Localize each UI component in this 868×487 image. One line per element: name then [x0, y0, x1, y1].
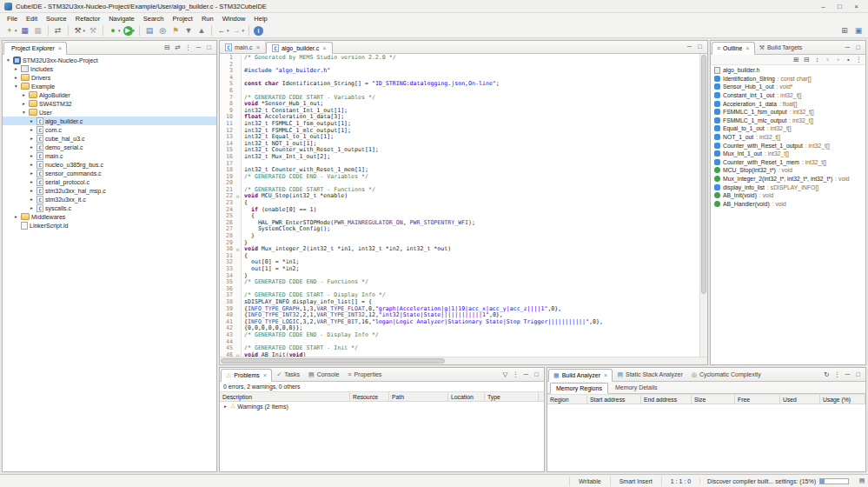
- forward-button[interactable]: →▾: [231, 24, 246, 37]
- menu-item-help[interactable]: Help: [249, 15, 271, 23]
- column-header-location[interactable]: Location: [448, 392, 485, 401]
- tree-item-user[interactable]: ▾User: [3, 108, 216, 117]
- menu-item-refactor[interactable]: Refactor: [71, 15, 104, 23]
- debug-button[interactable]: ●▾: [107, 24, 122, 37]
- menu-item-project[interactable]: Project: [169, 15, 197, 23]
- outline-item-counter-with-reset-1-output[interactable]: Counter_with_Reset_1_output : int32_t[]: [711, 141, 865, 150]
- close-tab-icon[interactable]: ×: [256, 43, 260, 51]
- hide-static-icon[interactable]: ◦: [833, 55, 843, 64]
- view-menu-icon[interactable]: ⋮: [511, 370, 520, 379]
- hide-non-public-icon[interactable]: ▪: [844, 55, 853, 64]
- outline-item-mcu-stop-int32-t[interactable]: MCU_Stop(int32_t*) : void: [711, 166, 865, 175]
- maximize-icon[interactable]: □: [853, 370, 863, 379]
- editor-tab-main-c[interactable]: main.c×: [220, 41, 266, 53]
- prev-annotation-button[interactable]: ▲: [195, 24, 208, 37]
- twisty-icon[interactable]: ▾: [5, 57, 11, 63]
- outline-item-algo-builder-h[interactable]: algo_builder.h: [711, 66, 865, 75]
- twisty-icon[interactable]: ▸: [13, 75, 19, 80]
- outline-item-identification-string[interactable]: Identification_String : const char[]: [711, 75, 865, 83]
- twisty-icon[interactable]: ▸: [29, 197, 35, 202]
- twisty-icon[interactable]: ▸: [29, 170, 35, 176]
- progress-view-icon[interactable]: ▤: [856, 477, 868, 484]
- twisty-icon[interactable]: ▾: [21, 110, 27, 115]
- minimize-icon[interactable]: ─: [521, 370, 531, 379]
- tree-item-nucleo-u385rg-bus-c[interactable]: ▸nucleo_u385rg_bus.c: [3, 160, 216, 169]
- tree-item-cube-hal-u3-c[interactable]: ▸cube_hal_u3.c: [3, 134, 216, 143]
- save-all-button[interactable]: ▦: [32, 24, 44, 37]
- tree-item-syscalls-c[interactable]: ▸syscalls.c: [3, 203, 216, 212]
- column-header-region[interactable]: Region: [547, 395, 587, 404]
- code-line[interactable]: 16int32_t Mux_Int_1_out[2];: [220, 154, 699, 161]
- outline-item-counter-with-reset-1-mem[interactable]: Counter_with_Reset_1_mem : int32_t[]: [711, 158, 865, 167]
- tree-item-demo-serial-c[interactable]: ▸demo_serial.c: [3, 143, 216, 151]
- menu-item-navigate[interactable]: Navigate: [104, 15, 139, 23]
- outline-item-fsmmlc-1-fsm-output[interactable]: FSMMLC_1_fsm_output : int32_t[]: [711, 108, 865, 117]
- column-header-resource[interactable]: Resource: [350, 392, 389, 401]
- editor-tab-algo-builder-c[interactable]: algo_builder.c×: [266, 42, 333, 54]
- twisty-icon[interactable]: ▸: [29, 118, 35, 123]
- code-line[interactable]: 1/* Generated by MEMS Studio version 2.2…: [220, 55, 699, 62]
- column-header-usage[interactable]: Usage (%): [820, 395, 865, 404]
- twisty-icon[interactable]: ▸: [222, 404, 229, 409]
- tree-item-sensor-commands-c[interactable]: ▸sensor_commands.c: [3, 169, 216, 177]
- next-annotation-button[interactable]: ▼: [182, 24, 195, 37]
- tree-item-drivers[interactable]: ▸Drivers: [3, 73, 216, 82]
- tab-memory-regions[interactable]: Memory Regions: [550, 383, 608, 394]
- close-tab-icon[interactable]: ×: [604, 371, 607, 379]
- outline-item-fsmmlc-1-mlc-output[interactable]: FSMMLC_1_mlc_output : int32_t[]: [711, 117, 865, 125]
- maximize-window-button[interactable]: □: [832, 1, 847, 12]
- tree-item-com-c[interactable]: ▸com.c: [3, 125, 216, 134]
- horizontal-scrollbar[interactable]: [220, 357, 707, 364]
- refresh-icon[interactable]: ↻: [822, 370, 832, 379]
- build-all-button[interactable]: ⚒: [87, 24, 99, 37]
- hide-fields-icon[interactable]: ▫: [823, 55, 832, 64]
- code-line[interactable]: 43/* GENERATED CODE END - Display Info *…: [220, 332, 699, 339]
- twisty-icon[interactable]: ▾: [13, 83, 19, 89]
- code-line[interactable]: 5const char Identification_String[] = "I…: [220, 81, 699, 88]
- view-menu-icon[interactable]: ⋮: [832, 370, 842, 379]
- column-header-description[interactable]: Description: [220, 392, 350, 401]
- close-tab-icon[interactable]: ×: [263, 371, 267, 379]
- column-header-free[interactable]: Free: [735, 395, 780, 404]
- twisty-icon[interactable]: ▸: [29, 205, 35, 210]
- progress-status[interactable]: Discover compiler built... settings: (15…: [699, 478, 856, 484]
- code-line[interactable]: 19/* GENERATED CODE END - Variables */: [220, 174, 699, 181]
- collapse-all-icon[interactable]: ⊟: [162, 43, 172, 52]
- filter-icon[interactable]: ▽: [500, 370, 510, 379]
- outline-item-not-1-out[interactable]: NOT_1_out : int32_t[]: [711, 133, 865, 142]
- column-header-size[interactable]: Size: [692, 395, 735, 404]
- code-line[interactable]: 22⊖void MCU_Stop(int32_t *enable): [220, 193, 699, 200]
- horizontal-scrollbar-thumb[interactable]: [221, 358, 445, 364]
- twisty-icon[interactable]: ▸: [21, 92, 27, 97]
- open-perspective-button[interactable]: ⊞: [838, 24, 851, 37]
- twisty-icon[interactable]: ▸: [29, 136, 35, 141]
- column-header-type[interactable]: Type: [485, 392, 539, 401]
- code-line[interactable]: 33 out[1] = *in2;: [220, 266, 699, 273]
- tree-item-example[interactable]: ▾Example: [3, 82, 216, 90]
- new-wizard-button[interactable]: +▾: [3, 24, 18, 37]
- tab-build-targets[interactable]: ⚒Build Targets: [755, 41, 807, 54]
- new-source-file-button[interactable]: ▤: [143, 24, 156, 37]
- tab-outline[interactable]: ≡Outline×: [712, 42, 755, 55]
- outline-item-equal-to-1-out[interactable]: Equal_to_1_out : int32_t[]: [711, 124, 865, 133]
- column-header-used[interactable]: Used: [780, 395, 820, 404]
- column-header-path[interactable]: Path: [389, 392, 448, 401]
- tab-problems[interactable]: ⚠Problems×: [221, 369, 272, 382]
- run-button[interactable]: ▶▾: [123, 25, 136, 37]
- tab-build-analyzer[interactable]: ▦Build Analyzer×: [548, 369, 613, 382]
- maximize-icon[interactable]: □: [204, 43, 214, 52]
- build-button[interactable]: ⚒▾: [72, 24, 87, 37]
- c-cpp-perspective-button[interactable]: ▣: [852, 24, 865, 37]
- close-tab-icon[interactable]: ×: [58, 44, 62, 52]
- save-button[interactable]: ▦: [19, 24, 31, 37]
- twisty-icon[interactable]: ▸: [29, 188, 35, 193]
- close-window-button[interactable]: ×: [849, 1, 864, 12]
- menu-item-source[interactable]: Source: [42, 15, 71, 23]
- outline-item-mux-int-1-out[interactable]: Mux_Int_1_out : int32_t[]: [711, 150, 865, 158]
- vertical-scrollbar[interactable]: [699, 54, 707, 357]
- outline-item-ab-handler-void[interactable]: AB_Handler(void) : void: [711, 200, 865, 209]
- sort-icon[interactable]: ↕: [812, 55, 822, 64]
- minimize-icon[interactable]: ─: [843, 43, 852, 52]
- tree-item-sw4stm32[interactable]: ▸SW4STM32: [3, 99, 216, 108]
- tab-memory-details[interactable]: Memory Details: [609, 382, 664, 393]
